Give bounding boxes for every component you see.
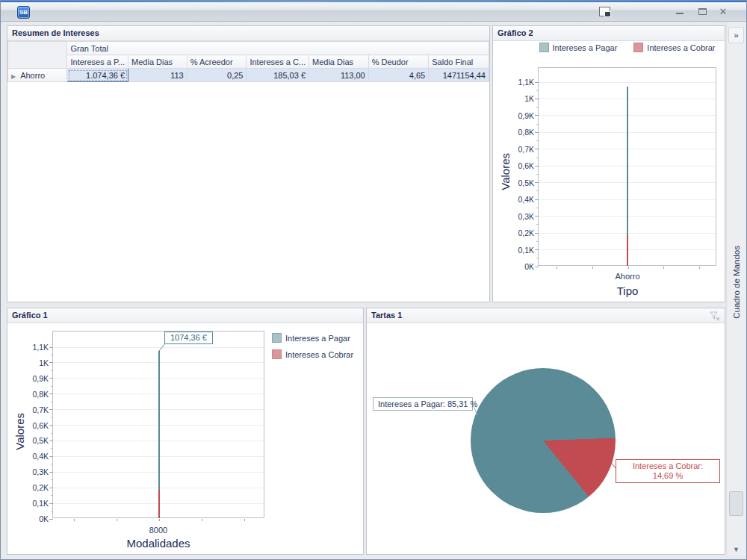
dock-tab-cuadro-de-mandos[interactable]: Cuadro de Mandos bbox=[727, 223, 746, 342]
y-tick-label: 0,9K bbox=[497, 111, 534, 120]
y-tick-label: 0,6K bbox=[497, 161, 534, 170]
cell-intereses-cobrar[interactable]: 185,03 € bbox=[247, 69, 309, 82]
table-corner bbox=[8, 42, 67, 69]
col-media-dias-2[interactable]: Media Dias bbox=[309, 55, 369, 69]
group-header: Gran Total bbox=[67, 42, 489, 55]
panel-grafico1: Gráfico 1 Valores 0K0,1K0,2K0,3K0,4K0,5K… bbox=[7, 308, 364, 555]
panel-resumen-title: Resumen de Intereses bbox=[7, 26, 489, 41]
grafico1-plot[interactable]: 0K0,1K0,2K0,3K0,4K0,5K0,6K0,7K0,8K0,9K1K… bbox=[52, 331, 264, 518]
y-tick-label: 0,2K bbox=[497, 228, 534, 237]
y-tick-label: 1K bbox=[497, 94, 534, 103]
panel-grafico1-title: Gráfico 1 bbox=[7, 308, 363, 323]
y-tick-label: 0,5K bbox=[497, 178, 534, 187]
scroll-down-arrow-icon[interactable]: ▼ bbox=[729, 543, 743, 556]
row-header-ahorro[interactable]: ▶Ahorro bbox=[8, 69, 67, 82]
y-tick-label: 0,8K bbox=[497, 128, 534, 137]
table-row: ▶Ahorro 1.074,36 € 113 0,25 185,03 € 113… bbox=[8, 69, 489, 82]
y-tick-label: 0,4K bbox=[497, 195, 534, 204]
col-intereses-pagar[interactable]: Intereses a P... bbox=[67, 55, 128, 69]
y-tick-label: 0,7K bbox=[11, 405, 49, 414]
pagar-swatch-icon bbox=[539, 43, 549, 52]
col-media-dias-1[interactable]: Media Dias bbox=[128, 55, 187, 69]
bar-value-annotation: 1074,36 € bbox=[164, 332, 213, 344]
app-window: SB ✕ Resumen de Intereses Gran Total Int… bbox=[0, 0, 747, 560]
legend-item-pagar: Intereses a Pagar bbox=[272, 333, 350, 343]
panel-resumen: Resumen de Intereses Gran Total Interese… bbox=[7, 25, 490, 302]
pagar-swatch-icon bbox=[272, 333, 282, 343]
intereses-table: Gran Total Intereses a P... Media Dias %… bbox=[7, 41, 489, 82]
panel-tartas-title: Tartas 1 bbox=[367, 308, 725, 323]
grafico1-legend: Intereses a Pagar Intereses a Cobrar bbox=[272, 333, 353, 366]
cell-acreedor[interactable]: 0,25 bbox=[187, 69, 247, 82]
y-tick-label: 0,5K bbox=[11, 436, 49, 445]
grafico1-category-label: 8000 bbox=[136, 526, 181, 535]
close-button[interactable]: ✕ bbox=[715, 4, 731, 18]
col-saldo-final[interactable]: Saldo Final bbox=[429, 55, 489, 69]
bar-intereses-a-cobrar[interactable] bbox=[158, 490, 160, 518]
expand-panel-button[interactable]: » bbox=[728, 27, 744, 43]
bar-intereses-a-cobrar[interactable] bbox=[627, 235, 628, 266]
y-tick-label: 0,3K bbox=[497, 212, 534, 221]
y-tick-label: 0,3K bbox=[11, 467, 49, 476]
close-icon: ✕ bbox=[719, 7, 728, 16]
y-tick-label: 0K bbox=[11, 514, 49, 523]
panel-grafico2: Gráfico 2 Intereses a Pagar Intereses a … bbox=[492, 25, 725, 302]
panel-tartas: Tartas 1 Intereses a Pagar: 85,31 % Inte… bbox=[366, 308, 725, 555]
col-intereses-cobrar[interactable]: Intereses a C... bbox=[247, 55, 309, 69]
legend-item-cobrar: Intereses a Cobrar bbox=[633, 43, 715, 52]
app-icon[interactable]: SB bbox=[17, 6, 30, 19]
column-header-row: Intereses a P... Media Dias % Acreedor I… bbox=[8, 55, 489, 69]
grafico2-x-axis-title: Tipo bbox=[590, 284, 665, 297]
y-tick-label: 1,1K bbox=[497, 78, 534, 87]
y-tick-label: 0K bbox=[497, 262, 534, 271]
y-tick-label: 0,2K bbox=[11, 483, 49, 492]
col-acreedor[interactable]: % Acreedor bbox=[187, 55, 247, 69]
panel-grafico2-title: Gráfico 2 bbox=[493, 26, 725, 41]
cell-media-dias-1[interactable]: 113 bbox=[128, 69, 187, 82]
cobrar-swatch-icon bbox=[272, 349, 282, 359]
dock-strip: » Cuadro de Mandos ▼ bbox=[726, 22, 746, 555]
scrollbar-thumb[interactable] bbox=[729, 491, 743, 516]
grafico2-plot[interactable]: 0K0,1K0,2K0,3K0,4K0,5K0,6K0,7K0,8K0,9K1K… bbox=[538, 67, 716, 266]
legend-item-cobrar: Intereses a Cobrar bbox=[272, 349, 353, 359]
y-tick-label: 0,1K bbox=[497, 246, 534, 255]
cell-deudor[interactable]: 4,65 bbox=[368, 69, 429, 82]
grafico2-legend: Intereses a Pagar Intereses a Cobrar bbox=[538, 43, 716, 52]
layout-icon[interactable] bbox=[599, 7, 610, 16]
y-tick-label: 0,8K bbox=[11, 390, 49, 399]
grafico2-category-label: Ahorro bbox=[605, 272, 650, 281]
cobrar-swatch-icon bbox=[633, 43, 643, 52]
cell-intereses-pagar[interactable]: 1.074,36 € bbox=[67, 69, 128, 82]
maximize-button[interactable] bbox=[694, 4, 710, 18]
grafico1-x-axis-title: Modalidades bbox=[114, 537, 203, 550]
y-tick-label: 1,1K bbox=[11, 343, 49, 352]
cell-saldo-final[interactable]: 1471154,44 bbox=[429, 69, 489, 82]
pie-callout-pagar: Intereses a Pagar: 85,31 % bbox=[373, 397, 473, 411]
title-bar: SB ✕ bbox=[1, 1, 746, 22]
y-tick-label: 0,7K bbox=[497, 145, 534, 154]
legend-item-pagar: Intereses a Pagar bbox=[539, 43, 618, 52]
expand-arrow-icon[interactable]: ▶ bbox=[11, 73, 16, 80]
col-deudor[interactable]: % Deudor bbox=[368, 55, 429, 69]
pie-chart[interactable] bbox=[471, 368, 616, 513]
minimize-button[interactable] bbox=[672, 4, 688, 18]
y-tick-label: 0,1K bbox=[11, 499, 49, 508]
y-tick-label: 0,6K bbox=[11, 421, 49, 430]
y-tick-label: 1K bbox=[11, 358, 49, 367]
y-tick-label: 0,4K bbox=[11, 452, 49, 461]
clear-filter-icon[interactable] bbox=[710, 311, 720, 321]
cell-media-dias-2[interactable]: 113,00 bbox=[309, 69, 369, 82]
y-tick-label: 0,9K bbox=[11, 374, 49, 383]
pie-callout-cobrar: Intereses a Cobrar: 14,69 % bbox=[616, 459, 720, 483]
